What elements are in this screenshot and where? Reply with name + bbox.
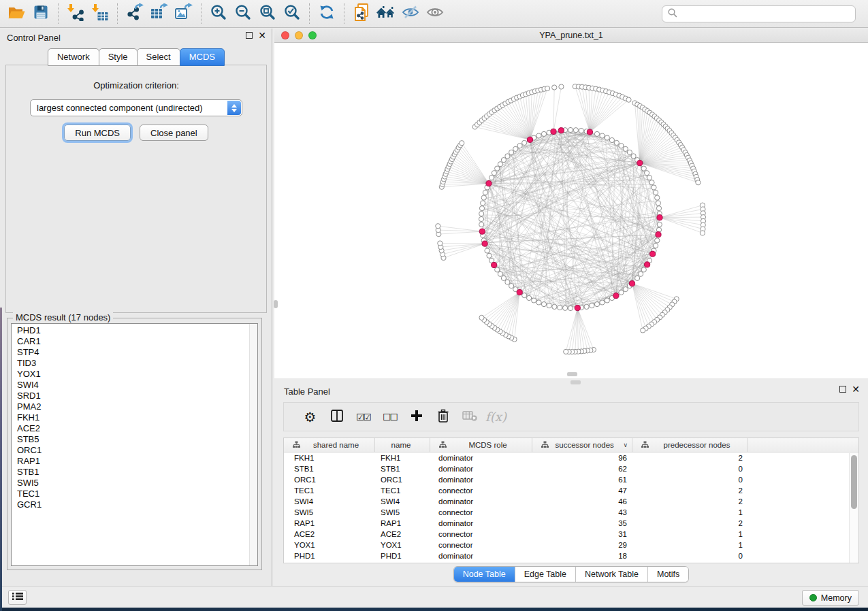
network-node[interactable] (635, 276, 640, 280)
network-node[interactable] (696, 180, 701, 185)
list-item[interactable]: PMA2 (12, 401, 257, 412)
network-node[interactable] (654, 243, 658, 248)
network-node[interactable] (495, 267, 500, 272)
tab-mcds[interactable]: MCDS (180, 48, 225, 66)
list-item[interactable]: SWI5 (12, 478, 257, 489)
tab-network-table[interactable]: Network Table (576, 567, 648, 582)
network-node[interactable] (573, 128, 578, 133)
close-panel-button[interactable]: Close panel (140, 125, 208, 141)
list-item[interactable]: PHD1 (12, 325, 257, 336)
show-columns-button[interactable] (323, 409, 350, 425)
network-node[interactable] (641, 328, 645, 333)
column-header-mcds-role[interactable]: MCDS role (430, 438, 532, 452)
network-node[interactable] (479, 216, 483, 221)
refresh-view-button[interactable] (315, 2, 339, 25)
list-item[interactable]: TID3 (12, 358, 257, 369)
float-panel-icon[interactable] (839, 386, 846, 393)
network-node[interactable] (517, 144, 522, 148)
network-node[interactable] (568, 306, 573, 310)
table-row[interactable]: RAP1RAP1dominator352 (284, 518, 858, 529)
network-node[interactable] (600, 133, 605, 138)
network-node[interactable] (609, 137, 614, 142)
hide-details-button[interactable] (398, 2, 423, 25)
zoom-out-button[interactable] (231, 2, 255, 25)
network-node[interactable] (509, 150, 514, 154)
network-node[interactable] (579, 128, 583, 133)
network-node[interactable] (652, 185, 656, 190)
network-node[interactable] (479, 206, 484, 211)
network-node[interactable] (594, 302, 599, 307)
network-node[interactable] (505, 154, 510, 159)
dominator-node[interactable] (492, 262, 497, 267)
deselect-all-button[interactable]: ☐☐ (376, 412, 403, 423)
list-item[interactable]: STP4 (12, 347, 257, 358)
list-item[interactable]: STB1 (12, 467, 257, 478)
network-node[interactable] (558, 305, 562, 310)
table-row[interactable]: PHD1PHD1dominator180 (284, 550, 858, 561)
network-node[interactable] (536, 133, 541, 138)
table-row[interactable]: YOX1YOX1connector291 (284, 540, 858, 550)
network-node[interactable] (479, 315, 484, 320)
dominator-node[interactable] (558, 128, 564, 133)
network-node[interactable] (438, 241, 443, 246)
table-row[interactable]: FKH1FKH1dominator962 (284, 452, 858, 463)
network-node[interactable] (501, 276, 506, 280)
network-node[interactable] (536, 300, 541, 305)
network-node[interactable] (509, 284, 514, 288)
network-node[interactable] (501, 158, 506, 163)
delete-column-button[interactable] (430, 409, 456, 425)
dominator-node[interactable] (587, 129, 592, 135)
maximize-window-icon[interactable] (308, 31, 317, 39)
network-node[interactable] (564, 349, 568, 354)
delete-table-button[interactable] (456, 410, 483, 425)
dominator-node[interactable] (551, 129, 556, 134)
network-node[interactable] (547, 303, 551, 308)
open-session-button[interactable] (4, 2, 29, 25)
network-node[interactable] (639, 271, 643, 276)
column-header-successor-nodes[interactable]: successor nodes ∨ (532, 438, 632, 452)
table-row[interactable]: STB1STB1dominator620 (284, 463, 858, 474)
network-node[interactable] (527, 295, 532, 300)
network-node[interactable] (498, 162, 502, 167)
zoom-in-button[interactable] (206, 2, 231, 25)
table-vscrollbar[interactable] (849, 453, 858, 563)
table-row[interactable]: SWI4SWI4dominator462 (284, 496, 858, 507)
network-node[interactable] (619, 144, 624, 148)
network-node[interactable] (623, 287, 628, 292)
network-node[interactable] (541, 131, 546, 136)
network-node[interactable] (552, 85, 557, 90)
import-table-button[interactable] (88, 2, 112, 25)
mcds-list-scrollbar[interactable] (249, 324, 257, 565)
criterion-dropdown[interactable]: largest connected component (undirected) (30, 99, 242, 116)
network-node[interactable] (641, 166, 646, 171)
tab-network[interactable]: Network (48, 48, 99, 66)
network-node[interactable] (492, 171, 496, 176)
network-node[interactable] (505, 280, 510, 284)
network-documents-button[interactable] (349, 2, 374, 25)
network-node[interactable] (700, 231, 705, 235)
column-header-shared-name[interactable]: shared name (284, 438, 375, 452)
save-session-button[interactable] (29, 2, 53, 25)
dominator-node[interactable] (482, 241, 487, 246)
create-column-button[interactable] (403, 410, 430, 425)
close-panel-icon[interactable]: ✕ (258, 32, 266, 39)
network-node[interactable] (614, 140, 619, 145)
network-node[interactable] (600, 300, 605, 305)
network-node[interactable] (641, 267, 646, 272)
table-row[interactable]: ACE2ACE2connector311 (284, 529, 858, 540)
list-item[interactable]: RAP1 (12, 456, 257, 467)
dominator-node[interactable] (645, 262, 650, 267)
houses-button[interactable] (374, 2, 398, 25)
network-hscroll-thumb[interactable] (567, 372, 577, 376)
network-canvas[interactable] (274, 43, 868, 378)
table-row[interactable]: ORC1ORC1dominator610 (284, 474, 858, 485)
import-network-button[interactable] (63, 2, 88, 25)
network-vscroll-thumb[interactable] (274, 300, 278, 308)
network-node[interactable] (657, 222, 662, 227)
network-node[interactable] (631, 154, 636, 159)
network-node[interactable] (487, 253, 492, 258)
dominator-node[interactable] (517, 290, 522, 295)
list-item[interactable]: STB5 (12, 434, 257, 445)
network-node[interactable] (590, 303, 594, 308)
network-node[interactable] (513, 146, 518, 151)
